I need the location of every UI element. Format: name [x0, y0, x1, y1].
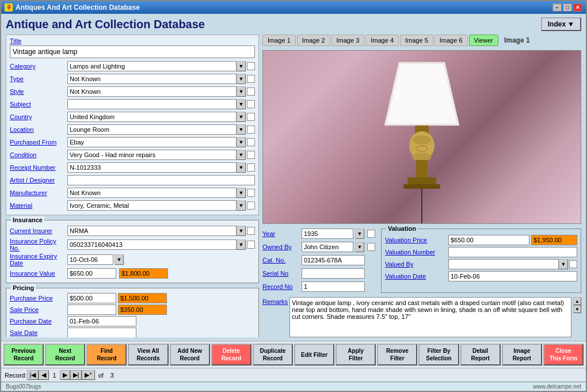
material-input[interactable] [67, 200, 237, 211]
nav-prev-button[interactable]: ◀ [39, 370, 49, 380]
maximize-button[interactable]: □ [563, 3, 572, 12]
location-arrow-icon[interactable]: ▼ [237, 124, 246, 135]
remarks-label[interactable]: Remarks [262, 297, 288, 305]
valuation-date-label[interactable]: Valuation Date [385, 273, 448, 280]
tab-viewer[interactable]: Viewer [469, 35, 498, 46]
title-field-label[interactable]: Title [10, 37, 255, 44]
duplicate-record-button[interactable]: DuplicateRecord [253, 344, 293, 366]
edit-filter-button[interactable]: Edit Filter [294, 344, 334, 366]
owned-by-arrow-icon[interactable]: ▼ [355, 242, 364, 252]
location-input[interactable] [67, 124, 237, 135]
nav-last-button[interactable]: ▶| [70, 370, 82, 380]
sale-price-label[interactable]: Sale Price [10, 306, 67, 313]
year-arrow-icon[interactable]: ▼ [355, 229, 364, 239]
valuation-number-label[interactable]: Valuation Number [385, 249, 448, 256]
filter-by-selection-button[interactable]: Filter BySelection [418, 344, 459, 366]
insurance-policy-arrow-icon[interactable]: ▼ [237, 239, 246, 250]
location-checkbox[interactable] [247, 125, 255, 134]
current-insurer-checkbox[interactable] [247, 227, 255, 235]
artist-input[interactable] [67, 175, 255, 185]
purchased-from-label[interactable]: Purchased From [10, 139, 67, 146]
tab-image4[interactable]: Image 4 [365, 35, 399, 46]
close-button[interactable]: ✕ [573, 3, 582, 12]
owned-by-input[interactable] [302, 242, 353, 252]
purchase-price-input[interactable] [67, 293, 116, 303]
year-label[interactable]: Year [262, 230, 300, 237]
find-record-button[interactable]: FindRecord [86, 344, 127, 366]
receipt-number-arrow-icon[interactable]: ▼ [237, 162, 246, 173]
receipt-number-label[interactable]: Receipt Number [10, 164, 67, 171]
year-input[interactable] [302, 229, 353, 239]
next-record-button[interactable]: NextRecord [45, 344, 85, 366]
insurance-value-label[interactable]: Insurance Value [10, 270, 67, 277]
delete-record-button[interactable]: DeleteRecord [211, 344, 251, 366]
serial-no-label[interactable]: Serial No [262, 270, 300, 277]
country-arrow-icon[interactable]: ▼ [237, 112, 246, 122]
style-input[interactable] [67, 86, 237, 97]
valued-by-input[interactable] [448, 259, 559, 269]
material-checkbox[interactable] [247, 201, 255, 210]
tab-image6[interactable]: Image 6 [434, 35, 468, 46]
type-checkbox[interactable] [247, 75, 255, 83]
valuation-price-input[interactable] [448, 235, 529, 245]
previous-record-button[interactable]: PreviousRecord [3, 344, 44, 366]
location-label[interactable]: Location [10, 126, 67, 133]
purchase-price-highlight[interactable] [118, 293, 167, 303]
manufacturer-arrow-icon[interactable]: ▼ [237, 188, 246, 198]
add-new-record-button[interactable]: Add NewRecord [170, 344, 210, 366]
valuation-price-label[interactable]: Valuation Price [385, 237, 448, 243]
category-input[interactable] [67, 61, 237, 71]
subject-arrow-icon[interactable]: ▼ [237, 99, 246, 109]
style-arrow-icon[interactable]: ▼ [237, 86, 246, 97]
insurance-policy-label[interactable]: Insurance Policy No. [10, 238, 67, 252]
owned-by-label[interactable]: Owned By [262, 243, 300, 250]
detail-report-button[interactable]: DetailReport [460, 344, 501, 366]
sale-date-label[interactable]: Sale Date [10, 329, 67, 336]
owned-by-checkbox[interactable] [367, 243, 375, 251]
image-report-button[interactable]: ImageReport [502, 344, 542, 366]
purchase-date-input[interactable] [67, 316, 136, 326]
title-input[interactable] [10, 45, 255, 58]
subject-label[interactable]: Subject [10, 101, 67, 108]
condition-input[interactable] [67, 150, 237, 160]
record-no-input[interactable] [302, 281, 365, 292]
country-input[interactable] [67, 112, 237, 122]
valuation-price-highlight[interactable] [531, 235, 577, 245]
nav-next-button[interactable]: ▶ [60, 370, 70, 380]
material-label[interactable]: Material [10, 202, 67, 209]
purchase-date-label[interactable]: Purchase Date [10, 318, 67, 325]
close-this-form-button[interactable]: CloseThis Form [543, 344, 584, 366]
category-label[interactable]: Category [10, 63, 67, 70]
subject-checkbox[interactable] [247, 100, 255, 108]
apply-filter-button[interactable]: ApplyFilter [336, 344, 376, 366]
condition-checkbox[interactable] [247, 151, 255, 159]
insurance-policy-checkbox[interactable] [247, 241, 255, 249]
remarks-scroll-down[interactable]: ▼ [573, 305, 581, 313]
condition-label[interactable]: Condition [10, 151, 67, 158]
tab-image1[interactable]: Image 1 [262, 35, 296, 46]
subject-input[interactable] [67, 99, 237, 109]
insurance-policy-input[interactable] [67, 239, 237, 250]
artist-label[interactable]: Artist / Designer [10, 177, 67, 184]
nav-first-button[interactable]: |◀ [27, 370, 39, 380]
receipt-number-checkbox[interactable] [247, 163, 255, 172]
serial-no-input[interactable] [302, 268, 365, 279]
manufacturer-label[interactable]: Manufacturer [10, 189, 67, 196]
sale-date-input[interactable] [67, 328, 136, 337]
insurance-expiry-arrow-icon[interactable]: ▼ [115, 254, 124, 265]
minimize-button[interactable]: – [552, 3, 562, 12]
cat-no-label[interactable]: Cat. No. [262, 257, 300, 264]
current-insurer-input[interactable] [67, 226, 237, 236]
insurance-expiry-label[interactable]: Insurance Expiry Date [10, 253, 67, 267]
index-button[interactable]: Index ▼ [541, 17, 581, 31]
country-label[interactable]: Country [10, 113, 67, 120]
remarks-scroll-up[interactable]: ▲ [573, 297, 581, 305]
tab-image5[interactable]: Image 5 [400, 35, 433, 46]
tab-image3[interactable]: Image 3 [331, 35, 365, 46]
valued-by-arrow-icon[interactable]: ▼ [559, 259, 568, 269]
insurance-value-highlight[interactable] [119, 268, 168, 279]
purchase-price-label[interactable]: Purchase Price [10, 295, 67, 302]
category-arrow-icon[interactable]: ▼ [237, 61, 246, 71]
nav-new-button[interactable]: ▶* [82, 370, 94, 380]
insurance-value-input[interactable] [67, 268, 116, 279]
